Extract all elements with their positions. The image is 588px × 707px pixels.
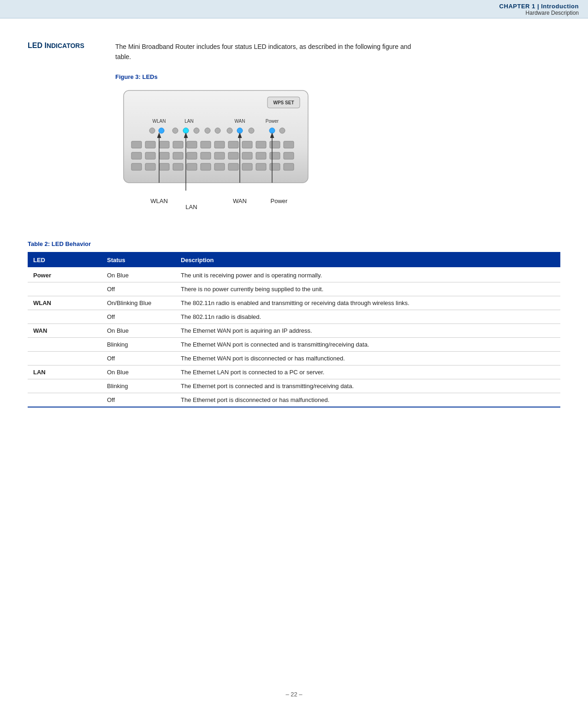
table-cell-led xyxy=(28,393,101,407)
header-title: Introduction xyxy=(541,3,579,10)
svg-rect-52 xyxy=(256,163,266,170)
figure-title: Figure 3: LEDs xyxy=(115,73,560,80)
svg-rect-32 xyxy=(145,152,155,159)
table-row: WANOn BlueThe Ethernet WAN port is aquir… xyxy=(28,324,560,337)
table-cell-led xyxy=(28,379,101,393)
table-header-row: LED Status Description xyxy=(28,252,560,267)
table-cell-led: WAN xyxy=(28,324,101,337)
svg-rect-28 xyxy=(256,141,266,148)
svg-text:WLAN: WLAN xyxy=(153,119,166,124)
svg-rect-25 xyxy=(214,141,225,148)
col-header-status: Status xyxy=(101,252,175,267)
table-cell-led: LAN xyxy=(28,365,101,379)
svg-rect-44 xyxy=(145,163,155,170)
svg-text:Power: Power xyxy=(266,119,279,124)
svg-point-8 xyxy=(159,128,164,133)
svg-rect-45 xyxy=(159,163,169,170)
table-cell-desc: The 802.11n radio is disabled. xyxy=(175,310,560,324)
svg-rect-22 xyxy=(173,141,183,148)
svg-text:Power: Power xyxy=(271,198,288,204)
svg-rect-49 xyxy=(214,163,225,170)
svg-rect-38 xyxy=(228,152,238,159)
svg-point-15 xyxy=(237,128,243,133)
table-cell-desc: The 802.11n radio is enabled and transmi… xyxy=(175,296,560,310)
table-row: BlinkingThe Ethernet port is connected a… xyxy=(28,379,560,393)
svg-text:WAN: WAN xyxy=(233,198,247,204)
table-cell-status: On Blue xyxy=(101,324,175,337)
col-header-desc: Description xyxy=(175,252,560,267)
svg-rect-37 xyxy=(214,152,225,159)
svg-rect-43 xyxy=(131,163,142,170)
table-row: BlinkingThe Ethernet WAN port is connect… xyxy=(28,337,560,351)
table-row: OffThe 802.11n radio is disabled. xyxy=(28,310,560,324)
table-row: WLANOn/Blinking BlueThe 802.11n radio is… xyxy=(28,296,560,310)
table-cell-led xyxy=(28,310,101,324)
header-separator: | xyxy=(537,3,541,10)
table-cell-desc: The Ethernet port is connected and is tr… xyxy=(175,379,560,393)
svg-point-10 xyxy=(183,128,189,133)
svg-rect-19 xyxy=(131,141,142,148)
col-header-led: LED xyxy=(28,252,101,267)
table-cell-led xyxy=(28,337,101,351)
svg-rect-23 xyxy=(187,141,197,148)
table-row: LANOn BlueThe Ethernet LAN port is conne… xyxy=(28,365,560,379)
svg-rect-33 xyxy=(159,152,169,159)
table-cell-status: Off xyxy=(101,351,175,365)
svg-text:WLAN: WLAN xyxy=(150,198,168,204)
svg-point-18 xyxy=(279,128,285,133)
svg-text:LAN: LAN xyxy=(185,204,197,210)
svg-rect-26 xyxy=(228,141,238,148)
svg-rect-47 xyxy=(187,163,197,170)
table-row: OffThe Ethernet WAN port is disconnected… xyxy=(28,351,560,365)
svg-point-17 xyxy=(269,128,275,133)
svg-rect-21 xyxy=(159,141,169,148)
table-cell-desc: The Ethernet port is disconnected or has… xyxy=(175,393,560,407)
svg-rect-27 xyxy=(242,141,252,148)
svg-rect-20 xyxy=(145,141,155,148)
page-footer: – 22 – xyxy=(0,691,588,698)
table-cell-status: Off xyxy=(101,393,175,407)
table-cell-desc: The Ethernet WAN port is aquiring an IP … xyxy=(175,324,560,337)
page-number: – 22 – xyxy=(285,691,302,698)
router-svg: WPS SET WLAN LAN WAN Power xyxy=(115,87,318,221)
table-cell-led: Power xyxy=(28,267,101,282)
led-behavior-table: LED Status Description PowerOn BlueThe u… xyxy=(28,252,560,407)
svg-rect-29 xyxy=(270,141,280,148)
svg-point-7 xyxy=(149,128,155,133)
table-row: OffThere is no power currently being sup… xyxy=(28,282,560,296)
svg-rect-39 xyxy=(242,152,252,159)
table-cell-led: WLAN xyxy=(28,296,101,310)
table-title: Table 2: LED Behavior xyxy=(28,240,560,247)
svg-rect-40 xyxy=(256,152,266,159)
page-header: CHAPTER 1 | Introduction Hardware Descri… xyxy=(0,0,588,18)
table-cell-status: Off xyxy=(101,310,175,324)
table-row: PowerOn BlueThe unit is receiving power … xyxy=(28,267,560,282)
table-cell-desc: The unit is receiving power and is opera… xyxy=(175,267,560,282)
svg-rect-48 xyxy=(201,163,211,170)
svg-point-14 xyxy=(227,128,232,133)
svg-rect-30 xyxy=(284,141,294,148)
svg-point-16 xyxy=(249,128,254,133)
svg-point-13 xyxy=(215,128,220,133)
svg-rect-31 xyxy=(131,152,142,159)
table-cell-desc: There is no power currently being suppli… xyxy=(175,282,560,296)
svg-rect-46 xyxy=(173,163,183,170)
header-subtitle: Hardware Description xyxy=(9,10,579,16)
table-cell-status: On/Blinking Blue xyxy=(101,296,175,310)
section-heading: LED INDICATORS The Mini Broadband Router… xyxy=(28,42,560,62)
svg-rect-42 xyxy=(284,152,294,159)
main-content: LED INDICATORS The Mini Broadband Router… xyxy=(0,18,588,435)
svg-point-9 xyxy=(172,128,178,133)
table-cell-status: Off xyxy=(101,282,175,296)
svg-point-12 xyxy=(205,128,210,133)
led-heading-text: The Mini Broadband Router includes four … xyxy=(115,42,415,62)
svg-rect-51 xyxy=(242,163,252,170)
table-cell-desc: The Ethernet LAN port is connected to a … xyxy=(175,365,560,379)
svg-rect-36 xyxy=(201,152,211,159)
svg-rect-53 xyxy=(270,163,280,170)
svg-rect-50 xyxy=(228,163,238,170)
svg-text:WPS SET: WPS SET xyxy=(273,100,294,105)
table-cell-status: On Blue xyxy=(101,267,175,282)
svg-rect-54 xyxy=(284,163,294,170)
table-cell-status: Blinking xyxy=(101,379,175,393)
